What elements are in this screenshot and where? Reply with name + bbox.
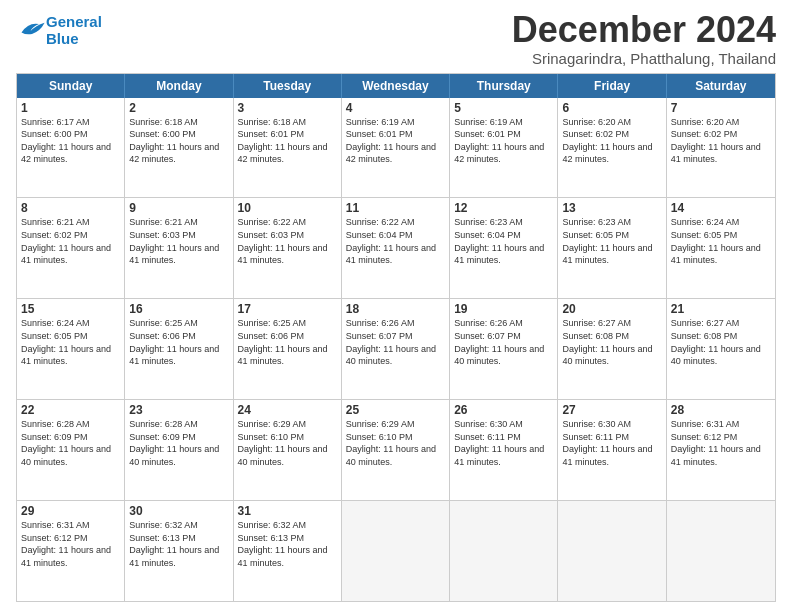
day-number: 15 bbox=[21, 302, 120, 316]
day-number: 6 bbox=[562, 101, 661, 115]
day-info: Sunrise: 6:19 AMSunset: 6:01 PMDaylight:… bbox=[346, 116, 445, 166]
day-info: Sunrise: 6:23 AMSunset: 6:05 PMDaylight:… bbox=[562, 216, 661, 266]
day-info: Sunrise: 6:24 AMSunset: 6:05 PMDaylight:… bbox=[671, 216, 771, 266]
cal-cell-4: 4Sunrise: 6:19 AMSunset: 6:01 PMDaylight… bbox=[342, 98, 450, 198]
cal-week-3: 15Sunrise: 6:24 AMSunset: 6:05 PMDayligh… bbox=[17, 299, 775, 400]
day-number: 16 bbox=[129, 302, 228, 316]
day-info: Sunrise: 6:27 AMSunset: 6:08 PMDaylight:… bbox=[562, 317, 661, 367]
day-number: 28 bbox=[671, 403, 771, 417]
day-info: Sunrise: 6:26 AMSunset: 6:07 PMDaylight:… bbox=[454, 317, 553, 367]
day-number: 25 bbox=[346, 403, 445, 417]
main-title: December 2024 bbox=[512, 10, 776, 50]
cal-cell-empty-3 bbox=[342, 501, 450, 601]
cal-cell-5: 5Sunrise: 6:19 AMSunset: 6:01 PMDaylight… bbox=[450, 98, 558, 198]
day-number: 9 bbox=[129, 201, 228, 215]
day-info: Sunrise: 6:29 AMSunset: 6:10 PMDaylight:… bbox=[238, 418, 337, 468]
day-number: 5 bbox=[454, 101, 553, 115]
day-number: 31 bbox=[238, 504, 337, 518]
day-number: 10 bbox=[238, 201, 337, 215]
cal-cell-13: 13Sunrise: 6:23 AMSunset: 6:05 PMDayligh… bbox=[558, 198, 666, 298]
cal-cell-20: 20Sunrise: 6:27 AMSunset: 6:08 PMDayligh… bbox=[558, 299, 666, 399]
cal-cell-28: 28Sunrise: 6:31 AMSunset: 6:12 PMDayligh… bbox=[667, 400, 775, 500]
cal-cell-2: 2Sunrise: 6:18 AMSunset: 6:00 PMDaylight… bbox=[125, 98, 233, 198]
title-block: December 2024 Srinagarindra, Phatthalung… bbox=[512, 10, 776, 67]
day-number: 29 bbox=[21, 504, 120, 518]
day-info: Sunrise: 6:26 AMSunset: 6:07 PMDaylight:… bbox=[346, 317, 445, 367]
day-number: 18 bbox=[346, 302, 445, 316]
logo-icon bbox=[18, 18, 46, 40]
day-number: 8 bbox=[21, 201, 120, 215]
cal-header-saturday: Saturday bbox=[667, 74, 775, 98]
cal-cell-16: 16Sunrise: 6:25 AMSunset: 6:06 PMDayligh… bbox=[125, 299, 233, 399]
cal-cell-6: 6Sunrise: 6:20 AMSunset: 6:02 PMDaylight… bbox=[558, 98, 666, 198]
cal-cell-empty-4 bbox=[450, 501, 558, 601]
cal-cell-25: 25Sunrise: 6:29 AMSunset: 6:10 PMDayligh… bbox=[342, 400, 450, 500]
page: General Blue December 2024 Srinagarindra… bbox=[0, 0, 792, 612]
day-info: Sunrise: 6:30 AMSunset: 6:11 PMDaylight:… bbox=[562, 418, 661, 468]
day-info: Sunrise: 6:18 AMSunset: 6:01 PMDaylight:… bbox=[238, 116, 337, 166]
day-number: 17 bbox=[238, 302, 337, 316]
day-info: Sunrise: 6:31 AMSunset: 6:12 PMDaylight:… bbox=[21, 519, 120, 569]
day-number: 30 bbox=[129, 504, 228, 518]
day-info: Sunrise: 6:30 AMSunset: 6:11 PMDaylight:… bbox=[454, 418, 553, 468]
logo: General Blue bbox=[16, 14, 102, 47]
calendar-header-row: SundayMondayTuesdayWednesdayThursdayFrid… bbox=[17, 74, 775, 98]
day-number: 4 bbox=[346, 101, 445, 115]
day-info: Sunrise: 6:17 AMSunset: 6:00 PMDaylight:… bbox=[21, 116, 120, 166]
day-number: 22 bbox=[21, 403, 120, 417]
day-info: Sunrise: 6:18 AMSunset: 6:00 PMDaylight:… bbox=[129, 116, 228, 166]
cal-cell-15: 15Sunrise: 6:24 AMSunset: 6:05 PMDayligh… bbox=[17, 299, 125, 399]
day-number: 13 bbox=[562, 201, 661, 215]
day-number: 14 bbox=[671, 201, 771, 215]
day-info: Sunrise: 6:22 AMSunset: 6:03 PMDaylight:… bbox=[238, 216, 337, 266]
cal-cell-empty-6 bbox=[667, 501, 775, 601]
day-number: 19 bbox=[454, 302, 553, 316]
day-number: 21 bbox=[671, 302, 771, 316]
cal-cell-30: 30Sunrise: 6:32 AMSunset: 6:13 PMDayligh… bbox=[125, 501, 233, 601]
cal-cell-1: 1Sunrise: 6:17 AMSunset: 6:00 PMDaylight… bbox=[17, 98, 125, 198]
day-info: Sunrise: 6:20 AMSunset: 6:02 PMDaylight:… bbox=[562, 116, 661, 166]
cal-cell-7: 7Sunrise: 6:20 AMSunset: 6:02 PMDaylight… bbox=[667, 98, 775, 198]
day-info: Sunrise: 6:25 AMSunset: 6:06 PMDaylight:… bbox=[238, 317, 337, 367]
day-number: 11 bbox=[346, 201, 445, 215]
cal-cell-29: 29Sunrise: 6:31 AMSunset: 6:12 PMDayligh… bbox=[17, 501, 125, 601]
day-info: Sunrise: 6:32 AMSunset: 6:13 PMDaylight:… bbox=[238, 519, 337, 569]
cal-cell-empty-5 bbox=[558, 501, 666, 601]
cal-header-wednesday: Wednesday bbox=[342, 74, 450, 98]
cal-week-1: 1Sunrise: 6:17 AMSunset: 6:00 PMDaylight… bbox=[17, 98, 775, 199]
cal-header-monday: Monday bbox=[125, 74, 233, 98]
day-info: Sunrise: 6:28 AMSunset: 6:09 PMDaylight:… bbox=[129, 418, 228, 468]
cal-cell-18: 18Sunrise: 6:26 AMSunset: 6:07 PMDayligh… bbox=[342, 299, 450, 399]
day-info: Sunrise: 6:29 AMSunset: 6:10 PMDaylight:… bbox=[346, 418, 445, 468]
cal-cell-27: 27Sunrise: 6:30 AMSunset: 6:11 PMDayligh… bbox=[558, 400, 666, 500]
cal-week-5: 29Sunrise: 6:31 AMSunset: 6:12 PMDayligh… bbox=[17, 501, 775, 601]
day-info: Sunrise: 6:25 AMSunset: 6:06 PMDaylight:… bbox=[129, 317, 228, 367]
day-info: Sunrise: 6:31 AMSunset: 6:12 PMDaylight:… bbox=[671, 418, 771, 468]
cal-cell-23: 23Sunrise: 6:28 AMSunset: 6:09 PMDayligh… bbox=[125, 400, 233, 500]
day-number: 12 bbox=[454, 201, 553, 215]
cal-cell-9: 9Sunrise: 6:21 AMSunset: 6:03 PMDaylight… bbox=[125, 198, 233, 298]
header: General Blue December 2024 Srinagarindra… bbox=[16, 10, 776, 67]
cal-cell-19: 19Sunrise: 6:26 AMSunset: 6:07 PMDayligh… bbox=[450, 299, 558, 399]
logo-text: General Blue bbox=[46, 14, 102, 47]
cal-header-tuesday: Tuesday bbox=[234, 74, 342, 98]
cal-cell-26: 26Sunrise: 6:30 AMSunset: 6:11 PMDayligh… bbox=[450, 400, 558, 500]
day-info: Sunrise: 6:32 AMSunset: 6:13 PMDaylight:… bbox=[129, 519, 228, 569]
cal-cell-17: 17Sunrise: 6:25 AMSunset: 6:06 PMDayligh… bbox=[234, 299, 342, 399]
day-info: Sunrise: 6:24 AMSunset: 6:05 PMDaylight:… bbox=[21, 317, 120, 367]
day-info: Sunrise: 6:22 AMSunset: 6:04 PMDaylight:… bbox=[346, 216, 445, 266]
day-number: 23 bbox=[129, 403, 228, 417]
cal-cell-24: 24Sunrise: 6:29 AMSunset: 6:10 PMDayligh… bbox=[234, 400, 342, 500]
cal-cell-22: 22Sunrise: 6:28 AMSunset: 6:09 PMDayligh… bbox=[17, 400, 125, 500]
day-number: 7 bbox=[671, 101, 771, 115]
cal-week-2: 8Sunrise: 6:21 AMSunset: 6:02 PMDaylight… bbox=[17, 198, 775, 299]
day-number: 3 bbox=[238, 101, 337, 115]
cal-cell-3: 3Sunrise: 6:18 AMSunset: 6:01 PMDaylight… bbox=[234, 98, 342, 198]
day-info: Sunrise: 6:21 AMSunset: 6:02 PMDaylight:… bbox=[21, 216, 120, 266]
day-number: 20 bbox=[562, 302, 661, 316]
day-number: 1 bbox=[21, 101, 120, 115]
day-info: Sunrise: 6:21 AMSunset: 6:03 PMDaylight:… bbox=[129, 216, 228, 266]
day-number: 27 bbox=[562, 403, 661, 417]
day-number: 26 bbox=[454, 403, 553, 417]
day-number: 24 bbox=[238, 403, 337, 417]
